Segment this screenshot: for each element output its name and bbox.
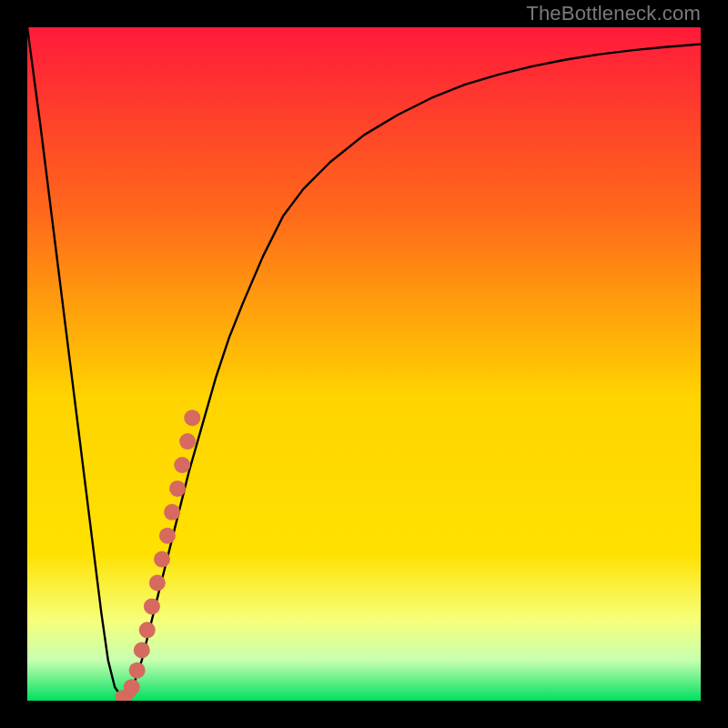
gradient-background [27, 27, 701, 701]
marker-dot [169, 480, 186, 497]
chart-svg [27, 27, 701, 701]
marker-dot [123, 686, 136, 699]
marker-dot [174, 457, 190, 473]
marker-dot [154, 551, 170, 568]
marker-dot [164, 504, 180, 521]
marker-dot [139, 622, 156, 638]
marker-dot [134, 642, 150, 659]
marker-dot [129, 662, 146, 679]
marker-dot [149, 575, 166, 592]
marker-dot [144, 598, 160, 614]
marker-dot [184, 410, 200, 426]
plot-area [27, 27, 701, 701]
outer-frame: TheBottleneck.com [0, 0, 728, 728]
marker-dot [179, 433, 196, 450]
watermark-text: TheBottleneck.com [526, 2, 701, 25]
marker-dot [159, 528, 176, 544]
